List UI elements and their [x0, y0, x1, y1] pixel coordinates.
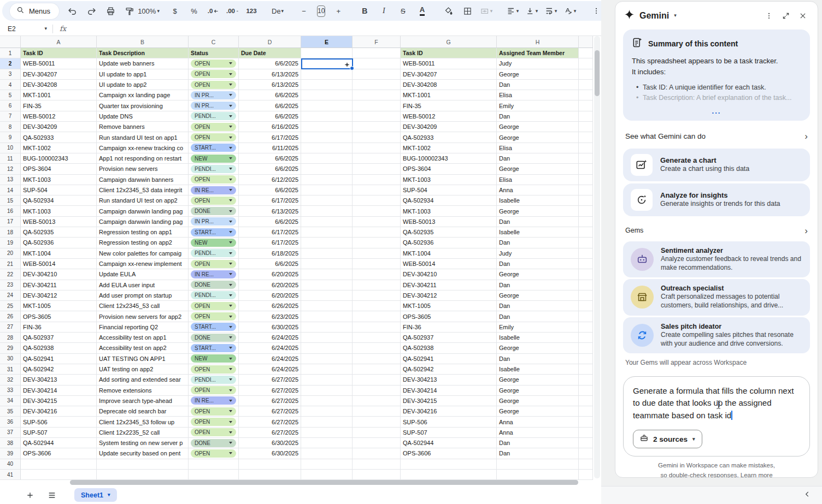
- cell-A27[interactable]: FIN-36: [21, 322, 97, 333]
- cell-partial-15[interactable]: [579, 195, 593, 206]
- cell-F29[interactable]: [353, 343, 401, 353]
- cell-F9[interactable]: [353, 132, 401, 143]
- cell-A38[interactable]: QA-502944: [21, 438, 97, 448]
- cell-B16[interactable]: Campaign darwwin landing pag: [97, 206, 189, 216]
- cell-G4[interactable]: DEV-304208: [401, 80, 497, 90]
- row-header-21[interactable]: 21: [0, 259, 21, 269]
- all-sheets-button[interactable]: [44, 487, 60, 503]
- format-percent-button[interactable]: %: [188, 4, 200, 18]
- cell-F31[interactable]: [353, 364, 401, 375]
- cell-F33[interactable]: [353, 386, 401, 396]
- cell-G22[interactable]: DEV-304210: [401, 269, 497, 280]
- cell-B37[interactable]: Client 12x2235_52 call: [97, 428, 189, 438]
- cell-E16[interactable]: [301, 206, 353, 216]
- status-pill[interactable]: NEW: [191, 155, 236, 163]
- cell-F34[interactable]: [353, 396, 401, 406]
- cell-partial-36[interactable]: [579, 417, 593, 427]
- row-header-16[interactable]: 16: [0, 206, 21, 216]
- cell-A28[interactable]: QA-502937: [21, 333, 97, 343]
- horizontal-align-button[interactable]: ▾: [507, 4, 519, 18]
- cell-B33[interactable]: Remove extensions: [97, 386, 189, 396]
- cell-E20[interactable]: [301, 248, 353, 259]
- status-pill[interactable]: PENDI...: [191, 249, 236, 257]
- cell-E41[interactable]: [301, 470, 353, 480]
- borders-button[interactable]: [461, 4, 473, 18]
- cell-A30[interactable]: QA-502941: [21, 354, 97, 364]
- cell-H7[interactable]: Dan: [497, 111, 579, 122]
- cell-G7[interactable]: WEB-50012: [401, 111, 497, 122]
- status-pill[interactable]: IN PR...: [191, 91, 236, 99]
- cell-B14[interactable]: Client 12x2345_53 data integrit: [97, 185, 189, 195]
- row-header-27[interactable]: 27: [0, 322, 21, 333]
- cell-A34[interactable]: DEV-304215: [21, 396, 97, 406]
- cell-H23[interactable]: Dan: [497, 280, 579, 290]
- cell-D41[interactable]: [239, 470, 301, 480]
- status-pill[interactable]: OPEN: [191, 123, 236, 131]
- cell-A18[interactable]: QA-502935: [21, 227, 97, 238]
- cell-B34[interactable]: Improve search type-ahead: [97, 396, 189, 406]
- row-header-3[interactable]: 3: [0, 69, 21, 80]
- row-header-22[interactable]: 22: [0, 269, 21, 280]
- cell-partial-23[interactable]: [579, 280, 593, 290]
- cell-A23[interactable]: DEV-304211: [21, 280, 97, 290]
- cell-G25[interactable]: MKT-1005: [401, 301, 497, 311]
- cell-E26[interactable]: [301, 311, 353, 322]
- cell-H2[interactable]: Judy: [497, 58, 579, 69]
- cell-partial-26[interactable]: [579, 311, 593, 322]
- cell-G10[interactable]: MKT-1002: [401, 143, 497, 153]
- cell-H13[interactable]: Elisa: [497, 175, 579, 185]
- cell-D20[interactable]: 6/18/2025: [239, 248, 301, 259]
- cell-E4[interactable]: [301, 80, 353, 90]
- row-header-17[interactable]: 17: [0, 217, 21, 227]
- cell-H25[interactable]: Dan: [497, 301, 579, 311]
- cell-partial-5[interactable]: [579, 90, 593, 100]
- cell-C6[interactable]: IN PR...: [189, 100, 239, 111]
- cell-D18[interactable]: 6/17/2025: [239, 227, 301, 238]
- cell-A29[interactable]: QA-502938: [21, 343, 97, 353]
- cell-C23[interactable]: DONE: [189, 280, 239, 290]
- cell-B10[interactable]: Campaign xx-renew tracking co: [97, 143, 189, 153]
- cell-C18[interactable]: START...: [189, 227, 239, 238]
- row-header-25[interactable]: 25: [0, 301, 21, 311]
- cell-H1[interactable]: Assigned Team Member: [497, 48, 579, 58]
- status-pill[interactable]: NEW: [191, 239, 236, 247]
- cell-E6[interactable]: [301, 100, 353, 111]
- cell-B23[interactable]: Add EULA user input: [97, 280, 189, 290]
- status-pill[interactable]: OPEN: [191, 312, 236, 321]
- cell-H10[interactable]: Elisa: [497, 143, 579, 153]
- cell-G11[interactable]: BUG-100002343: [401, 153, 497, 164]
- cell-A2[interactable]: WEB-50011: [21, 58, 97, 69]
- row-header-14[interactable]: 14: [0, 185, 21, 195]
- cell-C37[interactable]: OPEN: [189, 428, 239, 438]
- column-header-E[interactable]: E: [301, 36, 353, 48]
- row-header-32[interactable]: 32: [0, 375, 21, 385]
- cell-C33[interactable]: OPEN: [189, 386, 239, 396]
- cell-F12[interactable]: [353, 164, 401, 174]
- cell-E12[interactable]: [301, 164, 353, 174]
- cell-B24[interactable]: Add user prompt on startup: [97, 290, 189, 301]
- status-pill[interactable]: IN PR...: [191, 217, 236, 226]
- cell-D36[interactable]: 6/27/2025: [239, 417, 301, 427]
- row-header-31[interactable]: 31: [0, 364, 21, 375]
- row-header-40[interactable]: 40: [0, 459, 21, 470]
- cell-H31[interactable]: Isabelle: [497, 364, 579, 375]
- cell-H3[interactable]: George: [497, 69, 579, 80]
- cell-F32[interactable]: [353, 375, 401, 385]
- cell-partial-30[interactable]: [579, 354, 593, 364]
- cell-E36[interactable]: [301, 417, 353, 427]
- cell-D29[interactable]: 6/24/2025: [239, 343, 301, 353]
- cell-partial-19[interactable]: [579, 238, 593, 248]
- cell-D31[interactable]: 6/24/2025: [239, 364, 301, 375]
- action-card-analyze-for-insights[interactable]: Analyze for insightsGenerate insights or…: [623, 183, 810, 216]
- cell-E18[interactable]: [301, 227, 353, 238]
- cell-F8[interactable]: [353, 122, 401, 132]
- cell-H14[interactable]: Anna: [497, 185, 579, 195]
- cell-C5[interactable]: IN PR...: [189, 90, 239, 100]
- cell-B12[interactable]: Provision new servers: [97, 164, 189, 174]
- cell-E11[interactable]: [301, 153, 353, 164]
- row-header-24[interactable]: 24: [0, 290, 21, 301]
- column-header-D[interactable]: D: [239, 36, 301, 48]
- cell-C25[interactable]: OPEN: [189, 301, 239, 311]
- cell-H39[interactable]: Dan: [497, 448, 579, 459]
- cell-G12[interactable]: OPS-3604: [401, 164, 497, 174]
